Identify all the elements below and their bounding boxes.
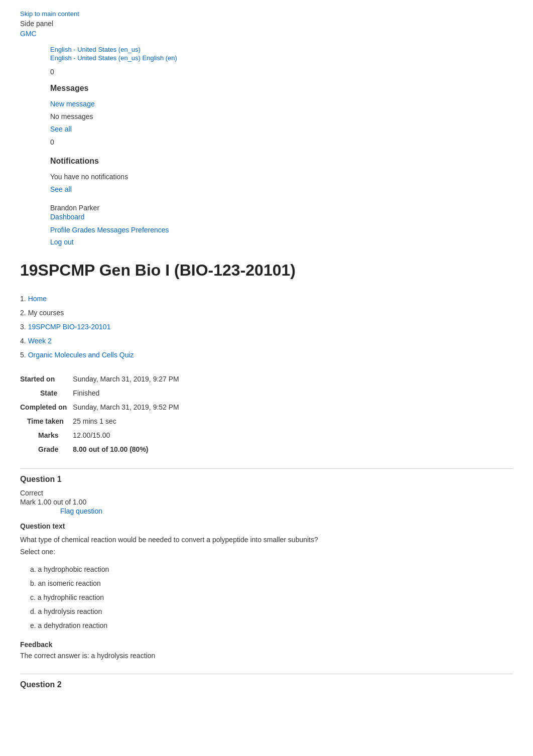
breadcrumb-link-4[interactable]: Week 2 — [28, 334, 52, 348]
lang-link-2[interactable]: English - United States (en_us) English … — [50, 54, 177, 62]
choice-b: an isomeric reaction — [30, 576, 513, 590]
messages-nav-link[interactable]: Messages — [97, 226, 129, 234]
breadcrumb-item-4: Week 2 — [20, 334, 513, 348]
choice-d: a hydrolysis reaction — [30, 604, 513, 618]
marks-value: 12.00/15.00 — [73, 428, 179, 442]
time-taken-value: 25 mins 1 sec — [73, 414, 179, 428]
marks-label: Marks — [20, 428, 73, 442]
question-1-choices: a hydrophobic reactionan isomeric reacti… — [20, 562, 513, 633]
time-taken-row: Time taken 25 mins 1 sec — [20, 414, 179, 428]
logout-link[interactable]: Log out — [50, 238, 74, 246]
no-messages-text: No messages — [50, 110, 513, 123]
user-name: Brandon Parker — [50, 204, 513, 212]
breadcrumb-link-3[interactable]: 19SPCMP BIO-123-20101 — [28, 320, 111, 334]
messages-count: 0 — [50, 136, 513, 149]
lang-link-1[interactable]: English - United States (en_us) — [50, 46, 141, 53]
messages-see-all-link[interactable]: See all — [50, 125, 72, 133]
question-1-body: What type of chemical reaction would be … — [20, 534, 513, 558]
preferences-link[interactable]: Preferences — [131, 226, 169, 234]
profile-link[interactable]: Profile — [50, 226, 70, 234]
quiz-meta: Started on Sunday, March 31, 2019, 9:27 … — [20, 372, 513, 456]
breadcrumb-item-2: My courses — [20, 306, 513, 320]
side-panel-label: Side panel — [20, 20, 513, 28]
dashboard-link[interactable]: Dashboard — [50, 213, 85, 221]
question-1-section: Question 1 Correct Mark 1.00 out of 1.00… — [20, 468, 513, 660]
completed-on-label: Completed on — [20, 400, 73, 414]
breadcrumb: HomeMy courses19SPCMP BIO-123-20101Week … — [20, 292, 513, 362]
started-on-row: Started on Sunday, March 31, 2019, 9:27 … — [20, 372, 179, 386]
marks-row: Marks 12.00/15.00 — [20, 428, 179, 442]
grade-value: 8.00 out of 10.00 (80%) — [73, 442, 179, 456]
started-on-label: Started on — [20, 372, 73, 386]
breadcrumb-item-3: 19SPCMP BIO-123-20101 — [20, 320, 513, 334]
flag-question-link: Flag question — [60, 507, 513, 515]
started-on-value: Sunday, March 31, 2019, 9:27 PM — [73, 372, 179, 386]
lang-line1: English - United States (en_us) — [50, 46, 513, 53]
notifications-section-title: Notifications — [50, 157, 513, 166]
messages-count-top: 0 — [50, 68, 513, 76]
question-text-label: Question text — [20, 522, 513, 530]
choice-e: a dehydration reaction — [30, 618, 513, 633]
new-message-link[interactable]: New message — [50, 100, 95, 108]
skip-to-main-link[interactable]: Skip to main content — [20, 10, 513, 18]
state-label: State — [20, 386, 73, 400]
messages-section-title: Messages — [50, 84, 513, 93]
choice-a: a hydrophobic reaction — [30, 562, 513, 576]
grades-link[interactable]: Grades — [72, 226, 95, 234]
no-notifications-text: You have no notifications — [50, 171, 513, 183]
grade-row: Grade 8.00 out of 10.00 (80%) — [20, 442, 179, 456]
breadcrumb-item-1: Home — [20, 292, 513, 306]
completed-on-value: Sunday, March 31, 2019, 9:52 PM — [73, 400, 179, 414]
gmc-link[interactable]: GMC — [20, 30, 37, 38]
choice-c: a hydrophilic reaction — [30, 590, 513, 604]
feedback-text: The correct answer is: a hydrolysis reac… — [20, 652, 513, 660]
question-1-status: Correct — [20, 489, 513, 497]
state-value: Finished — [73, 386, 179, 400]
question-2-heading: Question 2 — [20, 674, 513, 689]
grade-label: Grade — [20, 442, 73, 456]
completed-on-row: Completed on Sunday, March 31, 2019, 9:5… — [20, 400, 179, 414]
question-1-mark: Mark 1.00 out of 1.00 — [20, 498, 513, 506]
lang-line2: English - United States (en_us) English … — [50, 54, 513, 62]
feedback-label: Feedback — [20, 641, 513, 649]
state-row: State Finished — [20, 386, 179, 400]
notifications-see-all-link[interactable]: See all — [50, 185, 72, 193]
breadcrumb-item-5: Organic Molecules and Cells Quiz — [20, 348, 513, 362]
page-title: 19SPCMP Gen Bio I (BIO-123-20101) — [20, 261, 513, 280]
breadcrumb-link-5[interactable]: Organic Molecules and Cells Quiz — [28, 348, 134, 362]
breadcrumb-link-1[interactable]: Home — [28, 292, 47, 306]
question-1-heading: Question 1 — [20, 468, 513, 484]
time-taken-label: Time taken — [20, 414, 73, 428]
